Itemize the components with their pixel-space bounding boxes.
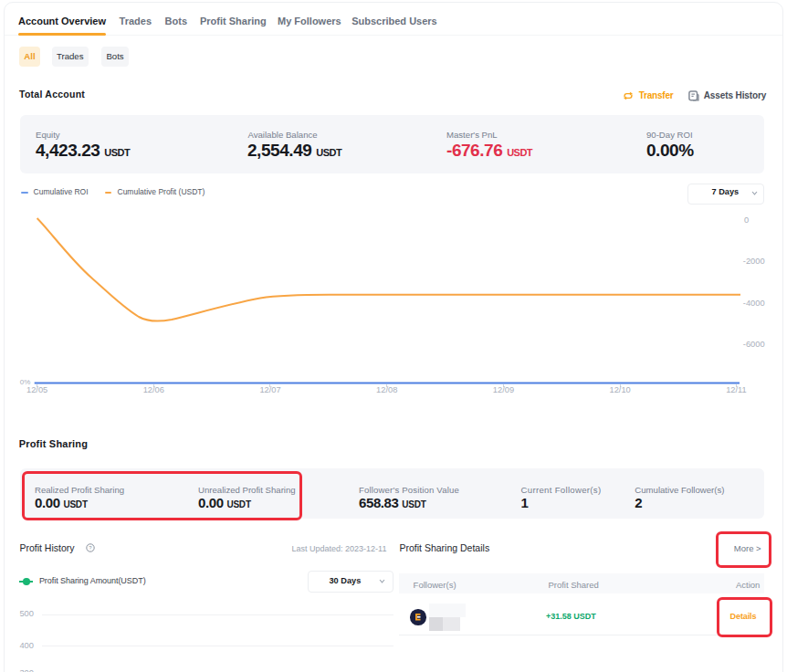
svg-text:?: ?	[89, 545, 92, 551]
